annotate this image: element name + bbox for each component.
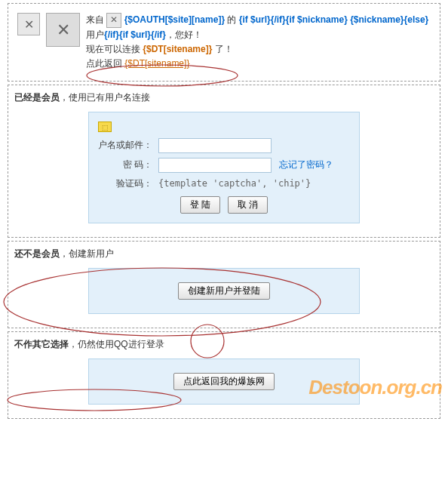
username-input[interactable] bbox=[158, 138, 272, 153]
return-site-link[interactable]: {$DT[sitename]} bbox=[124, 58, 189, 69]
oauth-greeting-section: ✕ ✕ 来自 ✕ {$OAUTH[$site][name]} 的 {if $ur… bbox=[8, 3, 440, 82]
sitename-var: {$DT[sitename]} bbox=[143, 44, 212, 54]
existing-member-title: 已经是会员，使用已有用户名连接 bbox=[14, 91, 434, 104]
captcha-label: 验证码： bbox=[98, 177, 158, 190]
create-user-panel: 创建新用户并登陆 bbox=[88, 268, 360, 314]
new-user-title: 还不是会员，创建新用户 bbox=[14, 248, 434, 260]
login-button[interactable]: 登 陆 bbox=[180, 196, 220, 214]
avatar-icon: ✕ bbox=[17, 13, 40, 35]
qq-login-section: 不作其它选择，仍然使用QQ进行登录 点此返回我的爆族网 bbox=[8, 331, 440, 419]
panel-icon: ⬚ bbox=[98, 122, 112, 132]
login-panel: ⬚ 户名或邮件： 密 码： 忘记了密码？ 验证码： {template 'cap… bbox=[88, 112, 360, 223]
existing-member-section: 已经是会员，使用已有用户名连接 ⬚ 户名或邮件： 密 码： 忘记了密码？ 验证码… bbox=[8, 85, 440, 238]
provider-icon-small: ✕ bbox=[106, 13, 121, 28]
password-label: 密 码： bbox=[98, 158, 158, 171]
qq-return-panel: 点此返回我的爆族网 bbox=[88, 359, 360, 405]
username-label: 户名或邮件： bbox=[98, 139, 158, 152]
captcha-template: {template 'captcha', 'chip'} bbox=[158, 178, 311, 189]
oauth-name-var: {$OAUTH[$site][name]} bbox=[124, 14, 225, 25]
password-input[interactable] bbox=[158, 158, 272, 173]
cancel-button[interactable]: 取 消 bbox=[228, 196, 268, 214]
new-user-section: 还不是会员，创建新用户 创建新用户并登陆 bbox=[8, 241, 440, 328]
qq-return-button[interactable]: 点此返回我的爆族网 bbox=[173, 373, 275, 390]
create-user-button[interactable]: 创建新用户并登陆 bbox=[178, 282, 270, 300]
provider-icon-large: ✕ bbox=[46, 13, 80, 47]
qq-title: 不作其它选择，仍然使用QQ进行登录 bbox=[14, 338, 434, 351]
greeting-text: 来自 ✕ {$OAUTH[$site][name]} 的 {if $url}{/… bbox=[86, 13, 431, 72]
forgot-password-link[interactable]: 忘记了密码？ bbox=[279, 158, 333, 171]
